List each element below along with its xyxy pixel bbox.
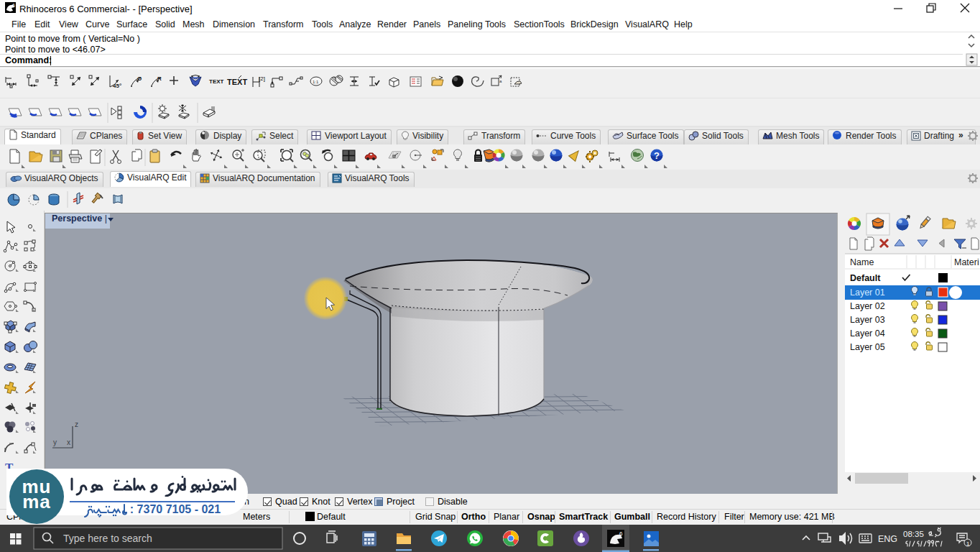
svg-text:1: 1 — [966, 540, 970, 547]
svg-text:Layer 04: Layer 04 — [850, 328, 885, 339]
svg-text:Layer 03: Layer 03 — [850, 315, 885, 325]
svg-text:Type here to search: Type here to search — [63, 533, 152, 544]
svg-text:Layer 02: Layer 02 — [850, 301, 885, 311]
svg-text:6: 6 — [619, 530, 623, 537]
svg-text:Layer 01: Layer 01 — [850, 288, 885, 298]
svg-text:ENG: ENG — [878, 534, 897, 544]
svg-text:Materi: Materi — [954, 257, 979, 267]
svg-text:x: x — [67, 438, 70, 446]
svg-text:y: y — [53, 438, 57, 446]
svg-text:08:35: 08:35 — [903, 530, 924, 538]
svg-text:Layer 05: Layer 05 — [850, 342, 885, 352]
svg-text:6: 6 — [12, 3, 15, 8]
svg-text:z: z — [75, 420, 78, 428]
svg-text:Default: Default — [850, 273, 881, 283]
svg-text:Name: Name — [850, 257, 874, 267]
